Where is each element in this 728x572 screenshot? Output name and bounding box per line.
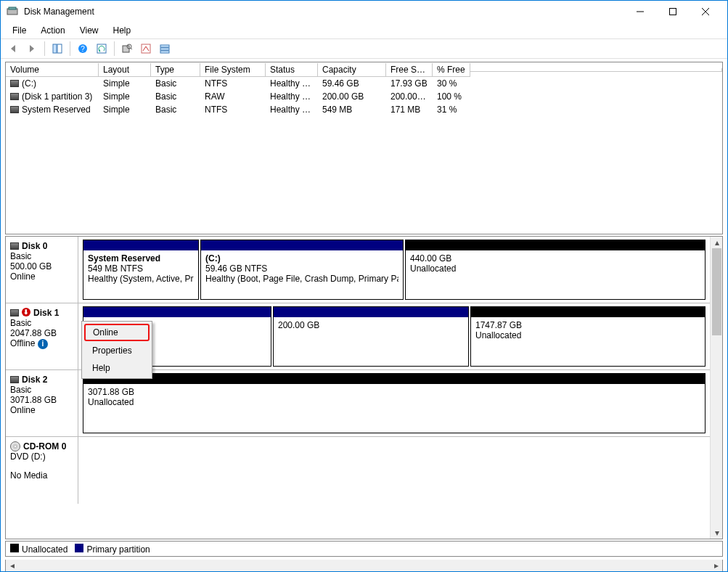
- disk-map[interactable]: Disk 0 Basic 500.00 GB Online System Res…: [5, 236, 723, 539]
- partition-unallocated[interactable]: 3071.88 GB Unallocated: [83, 373, 705, 433]
- scroll-down-icon[interactable]: ▾: [711, 527, 723, 539]
- settings-button[interactable]: [138, 41, 154, 57]
- col-status[interactable]: Status: [266, 63, 318, 77]
- show-hide-tree-button[interactable]: [49, 41, 65, 57]
- minimize-button[interactable]: [623, 1, 656, 23]
- partition-stripe: [201, 240, 403, 250]
- scroll-thumb[interactable]: [712, 248, 721, 335]
- scroll-left-icon[interactable]: ◂: [6, 560, 18, 571]
- partition-stripe: [406, 240, 705, 250]
- svg-marker-7: [30, 45, 34, 52]
- col-pct[interactable]: % Free: [433, 63, 470, 77]
- refresh-button[interactable]: [94, 41, 110, 57]
- partition[interactable]: (C:) 59.46 GB NTFS Healthy (Boot, Page F…: [200, 240, 404, 300]
- partition-status: Healthy (System, Active, Pr: [88, 274, 194, 284]
- forward-button[interactable]: [24, 41, 40, 57]
- col-free[interactable]: Free Spa...: [386, 63, 433, 77]
- scroll-up-icon[interactable]: ▴: [711, 237, 723, 248]
- window-title: Disk Management: [24, 7, 623, 17]
- partition-stripe: [83, 307, 271, 317]
- volume-row[interactable]: (C:) Simple Basic NTFS Healthy (B... 59.…: [6, 77, 722, 90]
- partition[interactable]: System Reserved 549 MB NTFS Healthy (Sys…: [83, 240, 199, 300]
- menu-file[interactable]: File: [5, 24, 33, 37]
- disk-entry-0[interactable]: Disk 0 Basic 500.00 GB Online System Res…: [6, 237, 710, 303]
- partition-size: 1747.87 GB: [475, 320, 700, 330]
- cell-pct: 100 %: [433, 91, 470, 102]
- list-button[interactable]: [157, 41, 173, 57]
- svg-rect-20: [160, 51, 169, 53]
- partition-status: Unallocated: [410, 263, 700, 274]
- menu-help[interactable]: Help: [106, 24, 139, 37]
- toolbar-sep: [44, 41, 45, 56]
- swatch-unallocated: [10, 544, 19, 552]
- partition-unallocated[interactable]: 1747.87 GB Unallocated: [470, 306, 705, 367]
- disk-entry-2[interactable]: Disk 2 Basic 3071.88 GB Online 3071.88 G…: [6, 370, 710, 437]
- disk-title: Disk 1: [33, 308, 59, 318]
- volume-header-row: Volume Layout Type File System Status Ca…: [6, 62, 722, 77]
- disk-kind: DVD (D:): [10, 452, 73, 462]
- rescan-button[interactable]: [119, 41, 135, 57]
- disk-label[interactable]: ⬇Disk 1 Basic 2047.88 GB Offline i: [6, 303, 78, 369]
- disk-title: Disk 0: [22, 241, 47, 251]
- swatch-primary: [75, 544, 83, 552]
- disk-icon: [10, 309, 19, 316]
- svg-rect-3: [669, 9, 676, 15]
- svg-rect-14: [123, 46, 129, 52]
- titlebar: Disk Management: [1, 1, 727, 23]
- disk-size: 3071.88 GB: [10, 395, 73, 405]
- svg-rect-9: [57, 44, 62, 53]
- cell-fs: RAW: [200, 91, 266, 102]
- disk-kind: Basic: [10, 385, 73, 395]
- volume-name: (Disk 1 partition 3): [22, 91, 92, 102]
- back-button[interactable]: [5, 41, 21, 57]
- maximize-button[interactable]: [656, 1, 689, 23]
- vertical-scrollbar[interactable]: ▴ ▾: [710, 237, 722, 539]
- col-filesystem[interactable]: File System: [200, 63, 266, 77]
- toolbar-sep: [114, 41, 115, 56]
- cell-free: 200.00 GB: [386, 91, 433, 102]
- disk-entry-cdrom[interactable]: CD-ROM 0 DVD (D:) No Media: [6, 437, 710, 504]
- legend-primary: Primary partition: [86, 544, 150, 555]
- window-controls: [623, 1, 721, 23]
- col-volume[interactable]: Volume: [6, 63, 99, 77]
- volume-row[interactable]: System Reserved Simple Basic NTFS Health…: [6, 103, 722, 116]
- context-properties[interactable]: Properties: [83, 342, 150, 359]
- col-spacer: [470, 68, 722, 72]
- volume-list[interactable]: Volume Layout Type File System Status Ca…: [5, 62, 723, 234]
- disk-label[interactable]: Disk 2 Basic 3071.88 GB Online: [6, 370, 78, 436]
- disk-title: CD-ROM 0: [23, 441, 66, 452]
- partition-name: (C:): [205, 253, 398, 263]
- partition-unallocated[interactable]: 440.00 GB Unallocated: [405, 240, 705, 300]
- svg-rect-17: [142, 44, 150, 53]
- help-button[interactable]: ?: [75, 41, 91, 57]
- volume-row[interactable]: (Disk 1 partition 3) Simple Basic RAW He…: [6, 90, 722, 103]
- disk-label[interactable]: CD-ROM 0 DVD (D:) No Media: [6, 437, 78, 504]
- cell-type: Basic: [151, 104, 200, 115]
- context-help[interactable]: Help: [83, 359, 150, 377]
- partition-stripe: [83, 240, 198, 250]
- horizontal-scrollbar[interactable]: ◂ ▸: [5, 560, 723, 572]
- partition-stripe: [471, 307, 705, 317]
- close-button[interactable]: [689, 1, 721, 23]
- col-layout[interactable]: Layout: [99, 63, 151, 77]
- cell-type: Basic: [151, 91, 200, 102]
- disk-state: Online: [10, 405, 73, 415]
- cell-layout: Simple: [99, 78, 151, 89]
- partition[interactable]: 200.00 GB: [273, 306, 469, 367]
- col-capacity[interactable]: Capacity: [318, 63, 386, 77]
- scroll-right-icon[interactable]: ▸: [710, 560, 722, 571]
- info-icon[interactable]: i: [38, 339, 48, 349]
- partition-status: Unallocated: [475, 330, 700, 340]
- partition-size: 3071.88 GB: [88, 387, 700, 397]
- partition-status: Unallocated: [88, 397, 700, 407]
- menu-action[interactable]: Action: [33, 24, 72, 37]
- volume-name: (C:): [22, 78, 36, 89]
- menu-view[interactable]: View: [73, 24, 106, 37]
- disk-icon: [10, 93, 19, 100]
- disk-icon: [10, 80, 19, 87]
- cell-pct: 31 %: [433, 104, 470, 115]
- disk-label[interactable]: Disk 0 Basic 500.00 GB Online: [6, 237, 78, 303]
- col-type[interactable]: Type: [151, 63, 200, 77]
- context-online[interactable]: Online: [84, 324, 150, 341]
- menubar: File Action View Help: [1, 23, 727, 38]
